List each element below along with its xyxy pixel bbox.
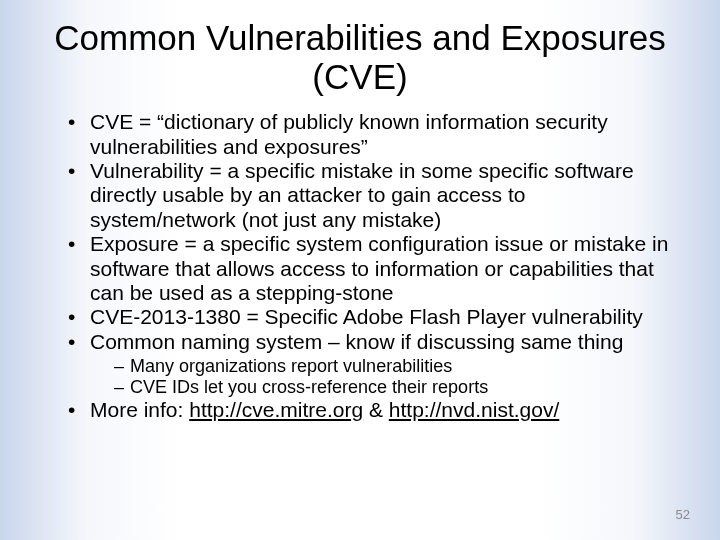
- bullet-item: CVE = “dictionary of publicly known info…: [68, 110, 674, 159]
- link-nvd-nist[interactable]: http://nvd.nist.gov/: [389, 398, 559, 421]
- link-cve-mitre[interactable]: http://cve.mitre.org: [189, 398, 363, 421]
- bullet-item: Common naming system – know if discussin…: [68, 330, 674, 399]
- bullet-text-sep: &: [363, 398, 389, 421]
- bullet-item: More info: http://cve.mitre.org & http:/…: [68, 398, 674, 422]
- sub-bullet-item: Many organizations report vulnerabilitie…: [114, 356, 674, 377]
- page-number: 52: [676, 507, 690, 522]
- bullet-text-prefix: More info:: [90, 398, 189, 421]
- sub-bullet-item: CVE IDs let you cross-reference their re…: [114, 377, 674, 398]
- bullet-item: CVE-2013-1380 = Specific Adobe Flash Pla…: [68, 305, 674, 329]
- slide-title: Common Vulnerabilities and Exposures (CV…: [40, 18, 680, 96]
- bullet-item: Exposure = a specific system configurati…: [68, 232, 674, 305]
- bullet-list: CVE = “dictionary of publicly known info…: [40, 110, 680, 422]
- bullet-text: Common naming system – know if discussin…: [90, 330, 623, 353]
- sub-bullet-list: Many organizations report vulnerabilitie…: [90, 356, 674, 398]
- bullet-item: Vulnerability = a specific mistake in so…: [68, 159, 674, 232]
- slide: Common Vulnerabilities and Exposures (CV…: [0, 0, 720, 540]
